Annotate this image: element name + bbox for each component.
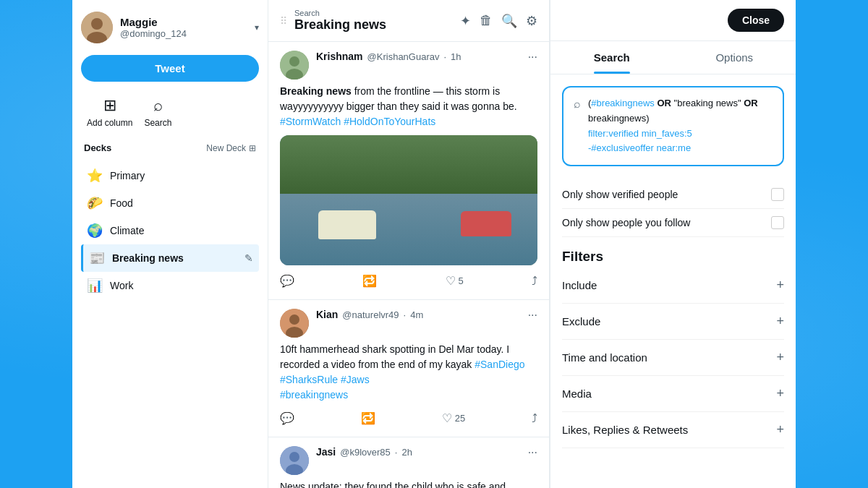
tweet-button[interactable]: Tweet [81,55,259,82]
chevron-down-icon[interactable]: ▾ [255,22,259,33]
user-section: Maggie @domingo_124 ▾ [81,12,259,43]
like-icon: ♡ [442,411,452,425]
more-options-icon[interactable]: ··· [528,446,537,459]
breaking-news-icon: 📰 [89,250,105,266]
verified-checkbox[interactable] [771,188,784,201]
reply-action[interactable]: 💬 [280,274,294,288]
column-title: Breaking news [294,17,453,33]
column-header-info: Search Breaking news [294,9,453,33]
plus-icon: + [776,314,784,329]
search-action[interactable]: ⌕ Search [144,96,171,128]
reply-action[interactable]: 💬 [280,411,294,425]
tweet-handle: @naturelvr49 [342,309,399,320]
sidebar-item-breaking-news[interactable]: 📰 Breaking news ✎ [81,244,259,272]
hashtag-link[interactable]: #StormWatch [280,116,341,127]
column-header: ⠿ Search Breaking news ✦ 🗑 🔍 ⚙ [268,0,549,42]
avatar[interactable] [81,12,113,43]
new-deck-button[interactable]: New Deck ⊞ [206,143,256,153]
add-column-action[interactable]: ⊞ Add column [87,96,132,128]
deck-label: Primary [110,170,145,181]
exclude-label: Exclude [562,315,600,328]
include-filter[interactable]: Include + [562,267,784,304]
verified-filter-label: Only show verified people [562,189,678,200]
like-action[interactable]: ♡ 5 [446,274,464,288]
car1 [318,210,376,239]
sidebar-item-climate[interactable]: 🌍 Climate [81,217,259,244]
search-query-icon: ⌕ [574,98,581,111]
column-sub-label: Search [294,9,453,17]
reply-icon: 💬 [280,274,294,288]
deck-label: Breaking news [112,252,184,264]
svg-point-7 [289,314,299,325]
new-deck-label: New Deck [206,143,246,153]
hashtag-link[interactable]: #Jaws [341,374,370,385]
retweet-action[interactable]: 🔁 [362,274,377,288]
tweet-time: 4m [410,309,423,320]
close-button[interactable]: Close [728,9,784,32]
time-location-label: Time and location [562,351,647,364]
search-icon: ⌕ [153,96,163,115]
include-label: Include [562,279,597,291]
follow-checkbox[interactable] [771,216,784,229]
filters-title: Filters [562,249,784,265]
tweet-header: Krishnam @KrishanGuarav · 1h ··· [280,51,537,80]
hashtag-link[interactable]: #HoldOnToYourHats [344,116,435,127]
like-action[interactable]: ♡ 25 [442,411,465,425]
tweet-header: Jasi @k9lover85 · 2h ··· [280,446,537,475]
media-filter[interactable]: Media + [562,376,784,412]
delete-icon[interactable]: 🗑 [480,13,493,28]
hashtag-link[interactable]: #SharksRule [280,374,338,385]
likes-replies-label: Likes, Replies & Retweets [562,424,688,436]
exclude-filter[interactable]: Exclude + [562,304,784,340]
add-column-icon: ⊞ [103,96,116,115]
sidebar-item-primary[interactable]: ⭐ Primary [81,162,259,189]
drag-handle-icon[interactable]: ⠿ [280,15,287,27]
deck-label: Food [110,197,133,209]
more-options-icon[interactable]: ··· [528,309,537,322]
settings-icon[interactable]: ⚙ [526,13,537,29]
tab-options[interactable]: Options [673,41,796,74]
hashtag-link[interactable]: #breakingnews [280,389,348,401]
svg-point-1 [91,18,103,30]
share-action[interactable]: ⤴ [532,275,537,288]
tweet-author: Krishnam [316,51,363,62]
more-options-icon[interactable]: ··· [528,51,537,64]
time-location-filter[interactable]: Time and location + [562,340,784,376]
edit-icon[interactable]: ✎ [244,252,253,264]
hashtag-link[interactable]: #SanDiego [475,359,524,370]
add-column-label: Add column [87,118,132,128]
filters-section: Filters Include + Exclude + Time and loc… [562,249,784,448]
decks-title: Decks [84,142,111,153]
retweet-icon: 🔁 [361,411,375,425]
tweet-actions: 💬 🔁 ♡ 5 ⤴ [280,271,537,291]
right-panel-header: Close [550,0,796,41]
work-icon: 📊 [87,278,103,294]
sidebar-item-food[interactable]: 🌮 Food [81,189,259,217]
retweet-action[interactable]: 🔁 [361,411,375,425]
climate-icon: 🌍 [87,223,103,239]
retweet-icon: 🔁 [362,274,377,288]
user-name: Maggie [120,16,247,28]
verified-filter-row: Only show verified people [562,181,784,209]
search-query-box: ⌕ (#breakingnews OR "breaking news" OR b… [562,86,784,166]
decks-header: Decks New Deck ⊞ [81,142,259,153]
search-column-icon[interactable]: 🔍 [501,13,517,29]
like-count: 5 [459,275,464,286]
tweet-text: Breaking news from the frontline — this … [280,84,537,129]
tweet-author: Jasi [316,446,336,458]
tweet-meta: Kian @naturelvr49 · 4m [316,309,521,320]
share-action[interactable]: ⤴ [532,412,537,425]
follow-filter-row: Only show people you follow [562,209,784,237]
tweet-time: 2h [401,447,412,458]
tweet-author-line: Kian @naturelvr49 · 4m [316,309,521,320]
tweet-text: 10ft hammerhead shark spotting in Del Ma… [280,342,537,403]
search-query-text: (#breakingnews OR "breaking news" OR bre… [588,96,773,156]
sidebar-item-work[interactable]: 📊 Work [81,272,259,299]
flood-image [280,135,537,265]
car2 [461,211,511,236]
tweet-card: Kian @naturelvr49 · 4m ··· 10ft hammerhe… [268,300,549,437]
sidebar: Maggie @domingo_124 ▾ Tweet ⊞ Add column… [72,0,268,488]
likes-replies-filter[interactable]: Likes, Replies & Retweets + [562,412,784,448]
tab-search[interactable]: Search [550,41,673,74]
sparkle-icon[interactable]: ✦ [460,13,471,29]
